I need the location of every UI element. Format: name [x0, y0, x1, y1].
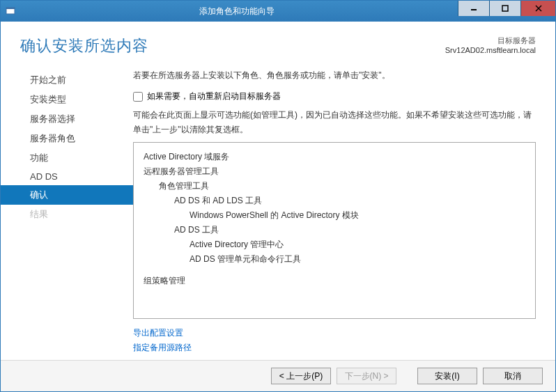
- list-item: 组策略管理: [144, 274, 525, 288]
- maximize-icon: [502, 5, 509, 12]
- list-item: 远程服务器管理工具: [144, 164, 525, 179]
- sidebar-item-installation-type[interactable]: 安装类型: [1, 90, 133, 109]
- list-item: Windows PowerShell 的 Active Directory 模块: [144, 208, 525, 223]
- header: 确认安装所选内容 目标服务器 Srv12AD02.msftlearn.local: [1, 22, 555, 63]
- window-buttons: [458, 1, 555, 22]
- restart-checkbox[interactable]: [133, 92, 143, 102]
- target-info: 目标服务器 Srv12AD02.msftlearn.local: [445, 36, 536, 54]
- svg-rect-1: [6, 8, 15, 9]
- main-panel: 若要在所选服务器上安装以下角色、角色服务或功能，请单击"安装"。 如果需要，自动…: [133, 63, 555, 360]
- minimize-icon: [470, 5, 477, 12]
- optional-note: 可能会在此页面上显示可选功能(如管理工具)，因为已自动选择这些功能。如果不希望安…: [133, 108, 536, 136]
- list-item: 角色管理工具: [144, 179, 525, 194]
- sidebar-item-features[interactable]: 功能: [1, 148, 133, 168]
- footer: < 上一步(P) 下一步(N) > 安装(I) 取消: [1, 360, 555, 391]
- list-item: Active Directory 域服务: [144, 150, 525, 164]
- sidebar-item-ad-ds[interactable]: AD DS: [1, 168, 133, 185]
- list-item: AD DS 工具: [144, 223, 525, 237]
- target-label: 目标服务器: [445, 36, 536, 46]
- button-gap: [402, 368, 412, 384]
- sidebar-item-server-selection[interactable]: 服务器选择: [1, 109, 133, 129]
- page-title: 确认安装所选内容: [20, 36, 148, 56]
- export-config-link[interactable]: 导出配置设置: [133, 326, 536, 340]
- wizard-window: 添加角色和功能向导 确认安装所选内容 目标服务器 Srv12AD02.msftl…: [0, 0, 556, 392]
- middle: 开始之前 安装类型 服务器选择 服务器角色 功能 AD DS 确认 结果 若要在…: [1, 63, 555, 360]
- window-title: 添加角色和功能向导: [16, 6, 458, 17]
- target-server: Srv12AD02.msftlearn.local: [445, 46, 536, 54]
- next-button: 下一步(N) >: [337, 368, 396, 384]
- sidebar-item-confirmation[interactable]: 确认: [1, 185, 133, 205]
- list-item: AD DS 和 AD LDS 工具: [144, 194, 525, 208]
- maximize-button[interactable]: [489, 1, 520, 16]
- sidebar-item-before-you-begin[interactable]: 开始之前: [1, 70, 133, 90]
- close-button[interactable]: [520, 1, 555, 16]
- selection-list[interactable]: Active Directory 域服务 远程服务器管理工具 角色管理工具 AD…: [133, 142, 536, 319]
- sidebar-item-results: 结果: [1, 205, 133, 224]
- install-button[interactable]: 安装(I): [417, 368, 477, 384]
- links: 导出配置设置 指定备用源路径: [133, 326, 536, 354]
- list-item: Active Directory 管理中心: [144, 237, 525, 252]
- list-item: AD DS 管理单元和命令行工具: [144, 252, 525, 267]
- app-icon: [5, 6, 16, 17]
- minimize-button[interactable]: [458, 1, 489, 16]
- alt-source-link[interactable]: 指定备用源路径: [133, 340, 536, 354]
- wizard-body: 确认安装所选内容 目标服务器 Srv12AD02.msftlearn.local…: [1, 22, 555, 391]
- cancel-button[interactable]: 取消: [483, 368, 543, 384]
- titlebar: 添加角色和功能向导: [1, 1, 555, 22]
- svg-rect-3: [502, 6, 508, 11]
- restart-row[interactable]: 如果需要，自动重新启动目标服务器: [133, 91, 536, 102]
- sidebar: 开始之前 安装类型 服务器选择 服务器角色 功能 AD DS 确认 结果: [1, 63, 133, 360]
- intro-text: 若要在所选服务器上安装以下角色、角色服务或功能，请单击"安装"。: [133, 69, 536, 82]
- restart-label: 如果需要，自动重新启动目标服务器: [147, 91, 281, 102]
- close-icon: [535, 5, 542, 12]
- sidebar-item-server-roles[interactable]: 服务器角色: [1, 129, 133, 148]
- previous-button[interactable]: < 上一步(P): [271, 368, 331, 384]
